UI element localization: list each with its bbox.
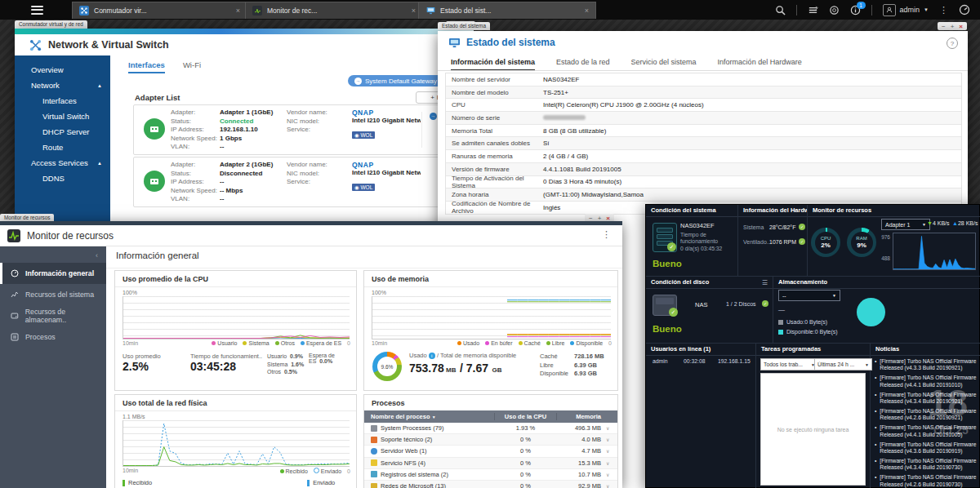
field-values: Adapter 2 (1GbE) Disconnected -- -- Mbps… xyxy=(220,161,273,204)
status-tabs: Información del sistema Estado de la red… xyxy=(451,58,802,71)
help-icon[interactable]: ? xyxy=(947,38,958,49)
field-labels: Adapter: Status: IP Address: Network Spe… xyxy=(171,161,217,204)
taskbar-tab-monitor[interactable]: Monitor de rec... × xyxy=(245,2,423,19)
close-button[interactable]: × xyxy=(959,23,963,30)
list-icon xyxy=(11,333,19,341)
expand-chevron-icon[interactable]: ∨ xyxy=(606,425,617,431)
vendor-labels: Vendor name: NIC model: Service: xyxy=(287,109,327,135)
main-menu-icon[interactable] xyxy=(31,6,43,15)
external-device-icon[interactable] xyxy=(829,5,840,16)
sidebar-item-processes[interactable]: Procesos xyxy=(0,326,106,348)
field-labels: Adapter: Status: IP Address: Network Spe… xyxy=(171,109,217,152)
tab-hardware-info[interactable]: Información del Hardware xyxy=(718,58,802,71)
news-item[interactable]: •[Firmware] Turbo NAS Official Firmware … xyxy=(875,375,977,388)
background-tasks-icon[interactable] xyxy=(808,5,818,16)
news-item[interactable]: •[Firmware] Turbo NAS Official Firmware … xyxy=(875,458,977,472)
sidebar-item-dhcp-server[interactable]: DHCP Server xyxy=(15,124,110,140)
plus-icon: + xyxy=(430,94,434,101)
info-icon[interactable]: i xyxy=(429,353,435,359)
content-tabs: Interfaces Wi-Fi xyxy=(128,60,201,73)
taskbar-tab-status[interactable]: Estado del sist... × xyxy=(418,2,596,19)
resource-monitor-window: Monitor de recursos −+× Monitor de recur… xyxy=(0,214,622,488)
minimize-button[interactable]: − xyxy=(942,23,946,30)
process-table-header: Nombre del proceso ▼ Uso de la CPU Memor… xyxy=(364,410,617,423)
notifications-button[interactable]: 1 xyxy=(850,5,861,16)
bullet-icon: • xyxy=(875,358,876,372)
table-row: Nombre del modeloTS-251+ xyxy=(446,87,961,100)
memory-stats: Caché728.16 MB Libre6.39 GB Disponible6.… xyxy=(540,353,604,379)
tab-interfaces[interactable]: Interfaces xyxy=(128,60,165,73)
adapter-speed: 1 Gbps xyxy=(220,135,273,144)
tab-system-service[interactable]: Servicio del sistema xyxy=(631,58,697,71)
sidebar-item-overview[interactable]: Overview xyxy=(15,62,110,78)
app-header: Monitor de recursos xyxy=(0,225,622,246)
user-row: admin 00:32:08 192.168.1.15 xyxy=(646,358,755,364)
maximize-button[interactable]: + xyxy=(951,23,955,30)
sidebar-group-network[interactable]: Network▲ xyxy=(15,78,110,93)
news-item[interactable]: •[Firmware] Turbo NAS Official Firmware … xyxy=(875,441,977,455)
sidebar-item-ddns[interactable]: DDNS xyxy=(15,171,110,186)
upload-rate: ▲28 KB/s xyxy=(952,220,978,226)
news-item[interactable]: •[Firmware] Turbo NAS Official Firmware … xyxy=(875,358,977,372)
process-row[interactable]: Servicio NFS (4)0 %15.3 MB∨ xyxy=(364,458,617,469)
window-tab-title[interactable]: Conmutador virtual y de red xyxy=(15,20,87,29)
tab-close-icon[interactable]: × xyxy=(412,7,416,15)
expand-chevron-icon[interactable]: ∨ xyxy=(606,437,617,442)
tab-close-icon[interactable]: × xyxy=(585,7,589,15)
cpu-donut: CPU2% xyxy=(811,228,840,257)
storage-pie xyxy=(857,298,885,326)
system-default-gateway-button[interactable]: → System Default Gateway xyxy=(348,75,443,87)
col-memory[interactable]: Memoria xyxy=(557,413,617,420)
news-item[interactable]: •[Firmware] Turbo NAS Official Firmware … xyxy=(875,392,977,406)
list-view-icon[interactable]: ☰ xyxy=(762,279,768,286)
monitor-content: Información general Uso promedio de la C… xyxy=(106,246,622,488)
more-options-icon[interactable]: ⋮ xyxy=(602,229,611,240)
process-row[interactable]: System Processes (79)1.93 %496.3 MB∨ xyxy=(364,423,617,434)
adapter-status: Disconnected xyxy=(220,170,273,179)
expand-chevron-icon[interactable]: ∨ xyxy=(606,483,617,488)
col-process-name[interactable]: Nombre del proceso ▼ xyxy=(364,413,495,420)
expand-chevron-icon[interactable]: ∨ xyxy=(606,448,617,454)
col-cpu[interactable]: Uso de la CPU xyxy=(495,413,557,420)
window-tab-title[interactable]: Estado del sistema xyxy=(438,22,490,30)
dashboard-toggle-icon[interactable] xyxy=(959,4,970,16)
news-item[interactable]: •[Firmware] Turbo NAS Official Firmware … xyxy=(875,474,977,488)
free-swatch xyxy=(778,330,783,335)
gateway-icon: → xyxy=(354,78,362,85)
more-options-icon[interactable]: ⋮ xyxy=(939,5,948,16)
process-row[interactable]: Registros del sistema (2)0 %10.7 MB∨ xyxy=(364,469,617,481)
search-icon[interactable] xyxy=(775,5,786,16)
sidebar-item-route[interactable]: Route xyxy=(15,140,110,155)
sidebar-item-virtual-switch[interactable]: Virtual Switch xyxy=(15,109,110,124)
tab-system-info[interactable]: Información del sistema xyxy=(451,58,535,71)
sidebar-group-access-services[interactable]: Access Services▲ xyxy=(15,155,110,171)
expand-chevron-icon[interactable]: ∨ xyxy=(606,460,617,466)
user-menu[interactable]: admin ▼ xyxy=(883,4,929,16)
taskbar-tab-network[interactable]: Conmutador vir... × xyxy=(72,2,247,19)
tab-network-status[interactable]: Estado de la red xyxy=(556,58,610,71)
window-body: Monitor de recursos ⋮ ‹ Información gene… xyxy=(0,221,622,488)
adapter-select[interactable]: Adapter 1▼ xyxy=(881,219,930,230)
news-item[interactable]: •[Firmware] Turbo NAS Official Firmware … xyxy=(875,408,977,422)
tab-close-icon[interactable]: × xyxy=(236,7,240,15)
sidebar-item-overview[interactable]: Información general xyxy=(0,263,106,284)
expand-chevron-icon[interactable]: ∨ xyxy=(606,472,617,477)
sidebar-item-storage-resources[interactable]: Recursos de almacenam.. xyxy=(0,305,106,326)
process-row[interactable]: Soporte técnico (2)0 %4.0 MB∨ xyxy=(364,434,617,446)
sidebar-collapse-icon[interactable]: ‹ xyxy=(96,251,98,260)
sidebar-item-system-resources[interactable]: Recursos del sistema xyxy=(0,284,106,305)
x-axis-label: 10min xyxy=(122,468,138,473)
bullet-icon: • xyxy=(875,375,876,388)
adapter-status: Connected xyxy=(220,118,273,126)
task-filter-select[interactable]: Todos los trab...▼ xyxy=(760,358,818,370)
news-item[interactable]: •[Firmware] Turbo NAS Official Firmware … xyxy=(875,424,977,438)
y-zero-label: 0 xyxy=(608,340,612,346)
vendor-values: QNAP Intel I210 Gigabit Networl ◉ WOL xyxy=(352,109,421,140)
task-period-select[interactable]: Últimas 24 h ...▼ xyxy=(814,358,872,370)
process-row[interactable]: Redes de Microsoft (13)0 %92.9 MB∨ xyxy=(364,481,617,488)
adapter-name: Adapter 1 (1GbE) xyxy=(220,109,273,118)
storage-select[interactable]: --▼ xyxy=(778,290,840,301)
process-row[interactable]: Servidor Web (1)0 %4.7 MB∨ xyxy=(364,446,617,457)
sidebar-item-interfaces[interactable]: Interfaces xyxy=(15,93,110,109)
tab-wifi[interactable]: Wi-Fi xyxy=(183,60,201,73)
